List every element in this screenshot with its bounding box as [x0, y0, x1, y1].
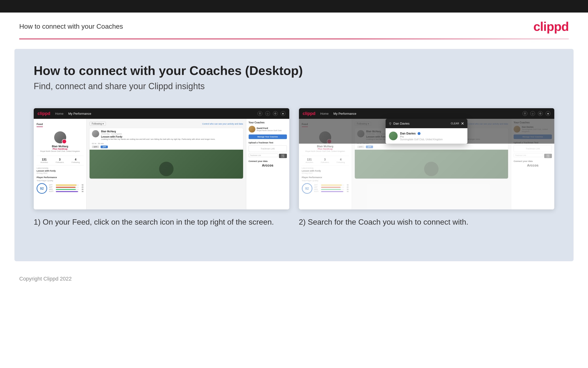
search-input-text[interactable]: Dan Davies	[393, 122, 449, 125]
off-button[interactable]: OTT	[92, 146, 99, 148]
post-actions: OTT APP	[89, 146, 243, 150]
result-name-row: Dan Davies	[400, 131, 443, 135]
app-button[interactable]: APP	[101, 146, 108, 148]
arccos-logo-2: Arccos	[514, 163, 552, 167]
trackman-row-2: Trackman Link Add Link	[514, 154, 552, 158]
post-author: Blair McHarg	[101, 130, 215, 133]
activity-title-2: Lesson with Fordy	[302, 170, 349, 172]
post-duration: 01 hr : 30 min	[89, 142, 243, 146]
step1-panel: clippd Home My Performance ⚲ ☺ ⚙ ■ Feed	[34, 108, 289, 228]
bar-app-track-2	[321, 187, 344, 188]
result-club: Sunningdale Golf Club, United Kingdom	[400, 138, 443, 141]
perf-bars: OTT 90 APP	[49, 184, 84, 193]
bar-app: APP 85	[49, 186, 84, 188]
stats-row-2: 131 Activities 3 Followers 4 Following	[302, 156, 349, 166]
header: How to connect with your Coaches clippd	[0, 12, 588, 38]
bar-putt-track	[56, 191, 79, 192]
control-link[interactable]: Control who can see your activity and da…	[202, 123, 243, 125]
trackman-box: Trackman Link	[249, 145, 287, 152]
profile-icon[interactable]: ■	[281, 111, 285, 116]
bar-app-val: 85	[80, 186, 84, 188]
stat-fol-lbl-2: Followers	[321, 161, 329, 163]
coaches-title: Your Coaches	[249, 121, 287, 124]
post-avatar	[92, 130, 99, 137]
nav-my-performance-1: My Performance	[68, 112, 91, 115]
activity-title: Lesson with Fordy	[37, 170, 84, 172]
trackman-input-2: Trackman Link	[514, 154, 543, 157]
page-title: How to connect with your Coaches	[19, 23, 123, 30]
bar-putt-val-2: 96	[345, 191, 349, 192]
off-button-2: OTT	[357, 146, 364, 148]
following-button[interactable]: Following ▾	[89, 122, 106, 126]
add-link-button-2: Add Link	[544, 154, 552, 158]
stat-following-label: Following	[71, 161, 80, 163]
trackman-input[interactable]: Trackman Link	[249, 154, 278, 157]
nav-home-1: Home	[55, 112, 63, 115]
clippd-logo: clippd	[533, 19, 569, 34]
result-role: Pro	[400, 135, 443, 138]
manage-coaches-button[interactable]: Manage Your Coaches	[249, 135, 287, 139]
bar-ott-label-2: OTT	[314, 184, 320, 186]
post-info: Blair McHarg Yesterday · Sunningdale Les…	[101, 130, 215, 140]
close-button[interactable]: ✕	[461, 121, 464, 126]
search-icon[interactable]: ⚲	[257, 111, 262, 116]
latest-activity-label: Latest Activity	[37, 167, 84, 169]
search-icon-2[interactable]: ⚲	[523, 111, 527, 116]
bar-putt-val: 96	[80, 191, 84, 192]
stat-folng-lbl-2: Following	[337, 161, 345, 163]
step2-label: 2) Search for the Coach you wish to conn…	[299, 217, 554, 228]
user-icon-2[interactable]: ☺	[530, 111, 535, 116]
player-perf-title-2: Player Performance	[302, 176, 349, 179]
bar-ott-fill-2	[321, 184, 342, 185]
stat-followers: 3 Followers	[56, 158, 64, 163]
settings-icon-2[interactable]: ⚙	[538, 111, 543, 116]
user-icon[interactable]: ☺	[265, 111, 270, 116]
post-image-2	[355, 150, 508, 179]
profile-badge-2: Plus Handicap	[302, 148, 349, 150]
profile-avatar	[54, 131, 66, 143]
bar-ott: OTT 90	[49, 184, 84, 186]
search-result[interactable]: Dan Davies Pro Sunningdale Golf Club, Un…	[386, 128, 467, 144]
bar-ott-val: 90	[80, 184, 84, 186]
profile-name-2: Blair McHarg	[302, 145, 349, 148]
bar-arg-2: ARG 86	[314, 188, 349, 190]
result-avatar	[389, 132, 398, 140]
stat-act-val-2: 131	[306, 158, 313, 161]
arccos-logo: Arccos	[249, 163, 287, 167]
bar-arg: ARG 86	[49, 188, 84, 190]
app-nav-1: clippd Home My Performance ⚲ ☺ ⚙ ■	[34, 108, 289, 119]
bar-ott-label: OTT	[49, 184, 55, 186]
nav-home-2: Home	[320, 112, 329, 115]
feed-tab[interactable]: Feed	[37, 122, 43, 127]
top-bar	[0, 0, 588, 12]
post-image	[89, 150, 243, 179]
search-bar: ⚲ Dan Davies CLEAR ✕	[386, 119, 467, 128]
screenshot-1: clippd Home My Performance ⚲ ☺ ⚙ ■ Feed	[34, 108, 289, 209]
bar-app-label-2: APP	[314, 186, 320, 188]
bar-app-fill-2	[321, 187, 341, 188]
screenshots-grid: clippd Home My Performance ⚲ ☺ ⚙ ■ Feed	[34, 108, 554, 228]
connect-title: Connect your data	[249, 160, 287, 162]
stat-act-lbl-2: Activities	[306, 161, 313, 163]
nav-my-performance-2: My Performance	[333, 112, 356, 115]
stat-following-value: 4	[71, 158, 80, 161]
perf-row: 92 OTT 90 APP	[37, 183, 84, 194]
stat-fol-val-2: 3	[321, 158, 329, 161]
profile-card: Blair McHarg Plus Handicap Royal North D…	[37, 129, 84, 154]
settings-icon[interactable]: ⚙	[273, 111, 278, 116]
add-link-button[interactable]: Add Link	[279, 154, 287, 158]
post-meta: Yesterday · Sunningdale	[101, 133, 215, 135]
clear-button[interactable]: CLEAR	[451, 122, 459, 125]
bar-arg-label-2: ARG	[314, 188, 320, 190]
bar-arg-fill	[56, 189, 76, 190]
stat-following: 4 Following	[71, 158, 80, 163]
bar-app-2: APP 85	[314, 186, 349, 188]
upload-title: Upload a Trackman Test	[249, 141, 287, 144]
bar-ott-2: OTT 90	[314, 184, 349, 186]
bar-arg-track	[56, 189, 79, 190]
app-nav-2: clippd Home My Performance ⚲ ☺ ⚙ ■	[299, 108, 554, 119]
profile-icon-2[interactable]: ■	[546, 111, 551, 116]
score-circle: 92	[37, 183, 47, 194]
stat-activities-2: 131 Activities	[306, 158, 313, 163]
stat-following-2: 4 Following	[337, 158, 345, 163]
